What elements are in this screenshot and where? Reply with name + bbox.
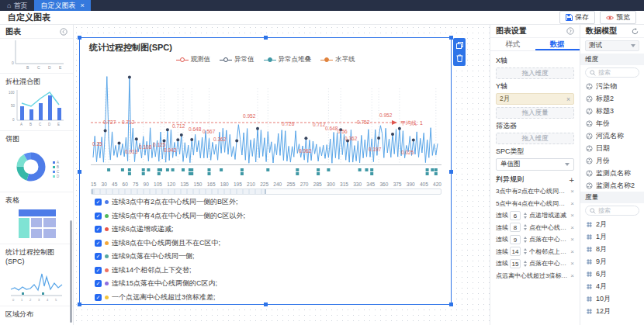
measure-item[interactable]: 8月 [580,243,644,255]
chart-type-item[interactable]: 折柱混合图100500ABCDE [0,74,73,131]
dimension-item[interactable]: 月份 [580,154,644,167]
legend-item[interactable]: 异常值 [220,55,254,64]
dimension-search-input[interactable]: 搜索 [585,67,639,78]
rule-checkbox-row[interactable]: ✓一个点远离中心线超过3倍标准差; [95,292,441,303]
filter-dropzone[interactable]: 拖入维度 [496,133,574,144]
spc-chart-plot[interactable]: 平均线: 10.250.7270.7120.0130.1080.1250.042… [91,65,441,182]
delete-widget-button[interactable] [456,54,463,62]
chart-type-item[interactable]: 0BCDE [0,39,73,74]
copy-widget-button[interactable] [456,42,463,49]
rule-number-input[interactable]: 8 [510,223,521,232]
legend-item[interactable]: 水平线 [320,55,355,64]
rule-checkbox-row[interactable]: ✓连续5点中有4点在中心线同一侧的C区以外; [95,211,441,221]
rule-checkbox-row[interactable]: ✓连续14个相邻点上下交替; [95,265,441,275]
number-stepper[interactable] [522,224,528,230]
checkbox-checked-icon[interactable]: ✓ [95,253,102,260]
x-axis-dropzone[interactable]: 拖入维度 [496,67,574,79]
measure-item[interactable]: 2月 [580,218,644,230]
chart-type-item[interactable]: 饼图ABCD [0,131,73,192]
resize-handle[interactable] [78,303,81,306]
preview-button[interactable]: 预览 [600,11,636,24]
legend-item[interactable]: 异常点堆叠 [264,55,312,64]
dimension-item[interactable]: 河流名称 [580,130,644,142]
dimension-item[interactable]: 日期 [580,142,644,154]
measure-item[interactable]: 9月 [580,255,644,268]
rule-checkbox-row[interactable]: ✓连续6点递增或递减; [95,224,441,234]
legend-item[interactable]: 观测值 [176,55,211,64]
resize-handle[interactable] [78,36,81,40]
checkbox-checked-icon[interactable]: ✓ [95,213,102,220]
collapse-panel-icon[interactable] [60,28,68,36]
resize-handle[interactable] [449,170,453,174]
chart-type-item[interactable]: 统计过程控制图(SPC)012345 [0,244,73,306]
svg-text:4: 4 [47,298,49,302]
dimension-item[interactable]: 监测点名称2 [580,179,644,192]
number-stepper[interactable] [522,261,528,267]
remove-rule-icon[interactable]: × [570,248,574,255]
rule-checkbox-row[interactable]: ✓连续8点在中心线两侧且不在C区中; [95,238,441,248]
design-canvas[interactable]: 统计过程控制图(SPC) 观测值异常值异常点堆叠水平线 平均线: 10.250.… [74,25,490,325]
rule-number-input[interactable]: 6 [510,211,521,220]
measure-item[interactable]: 12月 [580,305,644,317]
resize-handle[interactable] [78,170,81,174]
resize-handle[interactable] [264,36,268,40]
y-axis-dropzone[interactable]: 拖入度量 [496,107,574,119]
measure-item[interactable]: 6月 [580,268,644,280]
number-stepper[interactable] [522,213,528,219]
remove-rule-icon[interactable]: × [570,188,574,195]
dimension-item[interactable]: 标题2 [580,92,644,105]
nav-home[interactable]: ⌂ 首页 [7,1,27,11]
checkbox-checked-icon[interactable]: ✓ [95,240,102,247]
dimension-item[interactable]: 监测点名称 [580,167,644,179]
checkbox-checked-icon[interactable]: ✓ [95,294,102,301]
close-tab-icon[interactable]: × [80,2,84,9]
dimension-item[interactable]: 年份 [580,117,644,130]
refresh-icon[interactable] [632,28,639,35]
sidebar-scrollbar[interactable] [70,220,72,323]
remove-rule-icon[interactable]: × [570,200,574,207]
collapse-panel-icon[interactable] [566,27,574,35]
measure-item[interactable]: 10月 [580,292,644,305]
spc-type-select[interactable]: 单值图 [496,158,574,171]
checkbox-checked-icon[interactable]: ✓ [95,226,102,233]
number-stepper[interactable] [522,237,528,243]
tab-custom-chart[interactable]: 自定义图表 × [34,0,90,11]
datazoom-scrollbar[interactable] [91,188,441,195]
resize-handle[interactable] [264,303,268,306]
rule-number-input[interactable]: 9 [510,235,521,244]
measure-item[interactable]: 4月 [580,280,644,292]
measure-item[interactable]: 1月 [580,230,644,243]
remove-rule-icon[interactable]: × [570,224,574,231]
resize-handle[interactable] [449,303,453,306]
rule-checkbox-row[interactable]: ✓连续9点落在中心线同一侧; [95,251,441,261]
remove-field-icon[interactable]: × [566,95,570,103]
checkbox-checked-icon[interactable]: ✓ [95,267,102,274]
chart-type-item[interactable]: 表格 [0,192,73,244]
x-tick-label: 345 [366,182,375,187]
dimension-item[interactable]: 标题3 [580,105,644,117]
svg-text:0.362: 0.362 [213,137,227,142]
add-rule-icon[interactable]: + [570,176,574,184]
rule-checkbox-row[interactable]: ✓连续15点落在中心线两侧的C区内; [95,278,441,289]
save-button[interactable]: 保存 [559,11,595,24]
tab-style[interactable]: 样式 [490,38,535,50]
number-stepper[interactable] [522,248,528,254]
rule-number-input[interactable]: 14 [510,247,521,256]
spc-widget[interactable]: 统计过程控制图(SPC) 观测值异常值异常点堆叠水平线 平均线: 10.250.… [79,37,452,305]
dimension-item[interactable]: 污染物 [580,80,644,92]
measure-search-input[interactable]: 搜索 [585,206,639,216]
y-axis-field-pill[interactable]: 2月 × [496,93,574,105]
tab-data[interactable]: 数据 [535,38,580,50]
checkbox-checked-icon[interactable]: ✓ [95,280,102,287]
rule-number-input[interactable]: 15 [510,259,521,268]
checkbox-checked-icon[interactable]: ✓ [95,199,102,206]
remove-rule-icon[interactable]: × [570,260,574,267]
chart-type-item[interactable]: 区域分布 [0,306,73,325]
dimension-icon [586,120,593,127]
datazoom-handle[interactable] [92,189,266,194]
remove-rule-icon[interactable]: × [570,272,574,279]
remove-rule-icon[interactable]: × [570,236,574,243]
rule-checkbox-row[interactable]: ✓连续3点中有2点在中心线同一侧的B区外; [95,197,441,207]
dataset-select[interactable]: 测试 [585,40,639,51]
remove-rule-icon[interactable]: × [570,212,574,219]
